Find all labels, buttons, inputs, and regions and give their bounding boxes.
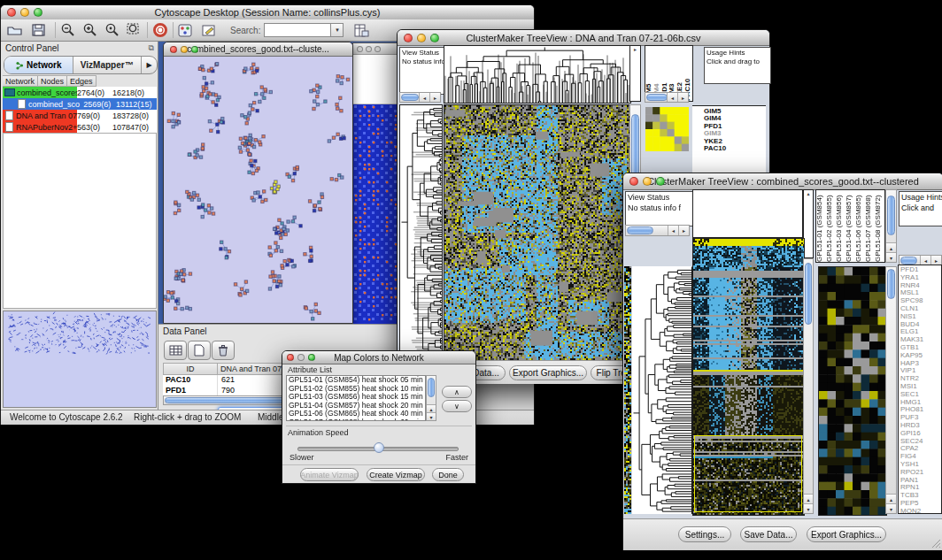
treeview2-titlebar[interactable]: ClusterMaker TreeView : combined_scores_… (623, 173, 942, 190)
search-dropdown-icon[interactable]: ▾ (331, 23, 344, 37)
main-titlebar[interactable]: Cytoscape Desktop (Session Name: collins… (1, 5, 534, 20)
gene-label[interactable]: SEC1 (900, 391, 941, 399)
gene-label[interactable]: TCB3 (900, 492, 941, 500)
gene-label[interactable]: PHO81 (900, 406, 941, 414)
scroll-up-icon[interactable]: ▴ (886, 494, 896, 503)
network-table-row[interactable]: DNA and Tran 07 769(0) 183728(0) (3, 110, 157, 121)
gene-label[interactable]: PFD1 (900, 266, 941, 274)
mini-correlation-heatmap[interactable] (645, 107, 689, 151)
done-button[interactable]: Done (432, 468, 464, 481)
speed-slider[interactable] (297, 442, 459, 453)
gene-label[interactable]: ELG1 (900, 328, 941, 336)
network-table-row[interactable]: RNAPuberNov2+ 563(0) 107847(0) (3, 121, 157, 133)
treeview1-titlebar[interactable]: ClusterMaker TreeView : DNA and Tran 07-… (398, 30, 769, 46)
column-label[interactable]: GPL51-04 (GSM857) (845, 192, 855, 262)
column-label[interactable]: GPL51-08 (GSM872) (875, 192, 884, 262)
gene-label[interactable]: RPO21 (900, 469, 941, 477)
scroll-down-icon[interactable]: ▾ (886, 503, 896, 513)
network-table-row[interactable]: combined_sco 2569(6) 13112(15) (3, 98, 157, 110)
settings-button[interactable]: Settings... (678, 526, 731, 542)
close-button[interactable] (287, 354, 294, 361)
tab-network[interactable]: Network (4, 57, 73, 73)
attribute-item[interactable]: GPL51-02 (GSM855) heat shock 10 min (289, 385, 425, 394)
gene-label[interactable]: HRD3 (900, 422, 941, 430)
scroll-left-icon[interactable]: ◂ (667, 93, 677, 102)
gene-label[interactable]: GPI16 (900, 430, 941, 438)
column-label[interactable]: GPL51-02 (GSM855) (826, 192, 836, 262)
save-icon[interactable] (31, 23, 46, 37)
gene-list-vscrollbar[interactable]: ▴▾ (885, 266, 897, 514)
mini-heatmap-hscrollbar[interactable]: ◂▸ (645, 92, 689, 103)
scroll-right-icon[interactable]: ▸ (677, 93, 688, 102)
network-canvas[interactable] (164, 56, 352, 323)
heatmap-vscrollbar[interactable]: ▴▾ (803, 258, 814, 514)
minimize-button[interactable] (417, 34, 426, 42)
zoom-fit-icon[interactable] (126, 22, 143, 38)
dialog-titlebar[interactable]: Map Colors to Network (282, 351, 475, 364)
gene-label[interactable]: NIS1 (900, 313, 941, 321)
gene-label[interactable]: NTR2 (900, 375, 941, 383)
zoom-button[interactable] (308, 354, 315, 361)
row-dendrogram[interactable] (632, 266, 692, 514)
zoom-in-icon[interactable] (81, 22, 99, 38)
animate-vizmap-button[interactable]: Animate Vizmap (300, 468, 359, 481)
help-lifering-icon[interactable] (151, 22, 169, 38)
scroll-down-icon[interactable]: ▾ (427, 412, 436, 420)
scroll-left-icon[interactable]: ◂ (419, 93, 429, 102)
gene-label[interactable]: MSL1 (900, 289, 941, 297)
column-dendrogram[interactable] (444, 45, 631, 104)
column-labels-vscrollbar[interactable]: ▴▾ (885, 189, 897, 263)
minimize-button[interactable] (20, 8, 29, 17)
close-button[interactable] (629, 177, 638, 186)
main-heatmap[interactable] (692, 238, 805, 516)
gene-list[interactable]: PFD1YRA1RNR4MSL1SPC98CLN1NIS1BUD4ELG1MAK… (898, 265, 942, 514)
save-data-button[interactable]: Save Data... (740, 526, 797, 542)
tab-overflow-arrow[interactable]: ▶ (142, 57, 157, 73)
gene-label[interactable]: SPC98 (900, 297, 941, 305)
attribute-item[interactable]: GPL51-06 (GSM865) heat shock 40 min (289, 410, 425, 418)
import-table-icon[interactable] (352, 23, 370, 38)
gene-label[interactable]: RNR4 (900, 282, 941, 290)
move-down-button[interactable]: ∨ (442, 400, 472, 412)
export-graphics-button[interactable]: Export Graphics... (509, 365, 587, 380)
move-up-button[interactable]: ∧ (442, 386, 472, 398)
gene-label[interactable]: HAP3 (900, 360, 941, 368)
gene-label[interactable]: SEC24 (900, 438, 941, 446)
column-label[interactable]: GPL51-03 (GSM856) (836, 192, 845, 262)
zoom-button[interactable] (374, 46, 381, 52)
gene-label[interactable]: GTB1 (900, 344, 941, 352)
gene-label[interactable]: BUD4 (900, 321, 941, 329)
status-hscrollbar[interactable]: ◂▸ (625, 225, 690, 236)
column-label[interactable]: GPL51-07 (GSM868) (865, 192, 875, 262)
gene-label[interactable]: MSI1 (900, 383, 941, 391)
row-label[interactable]: PAC10 (704, 145, 766, 152)
zoomed-heatmap[interactable] (818, 266, 887, 516)
minimize-button[interactable] (297, 354, 305, 361)
zoom-button[interactable] (430, 34, 439, 42)
export-graphics-button[interactable]: Export Graphics... (807, 526, 886, 542)
attribute-list[interactable]: GPL51-01 (GSM854) heat shock 05 minGPL51… (286, 375, 426, 421)
expand-icon[interactable]: ▴ (807, 191, 809, 196)
minimize-button[interactable] (181, 46, 188, 53)
gene-label[interactable]: YRA1 (900, 274, 941, 282)
slider-thumb[interactable] (374, 442, 384, 453)
scroll-up-icon[interactable]: ▴ (804, 494, 813, 503)
attribute-list-vscrollbar[interactable]: ▴▾ (426, 375, 436, 421)
close-button[interactable] (404, 34, 413, 42)
scroll-left-icon[interactable]: ◂ (668, 226, 678, 235)
zoom-out-icon[interactable] (59, 22, 77, 38)
minimize-button[interactable] (366, 46, 372, 52)
column-header[interactable]: Network (3, 75, 38, 87)
gene-label[interactable]: MAK31 (900, 336, 941, 344)
scroll-right-icon[interactable]: ▸ (429, 93, 440, 102)
gene-label[interactable]: MON2 (900, 508, 941, 514)
new-attribute-button[interactable] (188, 341, 211, 360)
gene-label[interactable]: PEP5 (900, 500, 941, 508)
scroll-up-icon[interactable]: ▴ (427, 404, 436, 412)
search-input[interactable] (264, 23, 331, 37)
expand-icon[interactable]: ▸ (634, 47, 637, 52)
gene-label[interactable]: PAN1 (900, 477, 941, 485)
gene-label[interactable]: CLN1 (900, 305, 941, 313)
tab-vizmapper[interactable]: VizMapper™ (73, 57, 143, 73)
attribute-item[interactable]: GPL51-07 (GSM868) heat shock 60 min (289, 418, 425, 421)
